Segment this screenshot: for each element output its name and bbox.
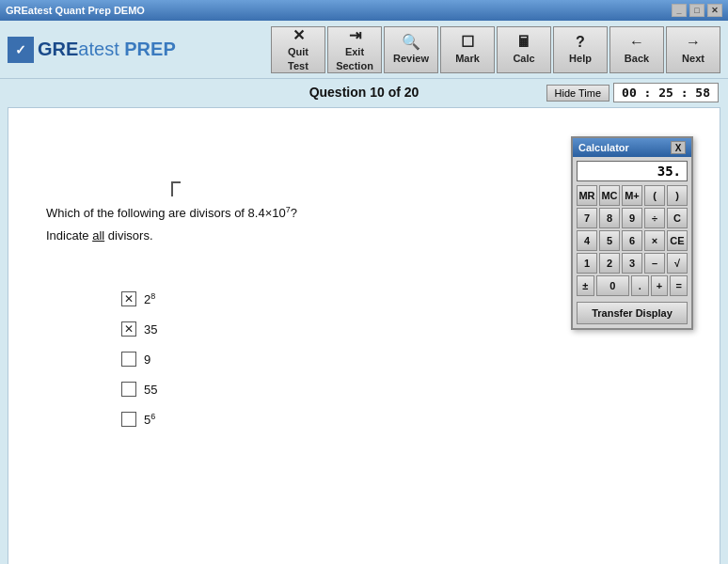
back-button[interactable]: ← Back	[609, 26, 664, 73]
choice-checkbox-1[interactable]: ✕	[121, 291, 136, 306]
calc-plusminus[interactable]: ±	[577, 275, 594, 296]
choice-label-2: 35	[144, 322, 157, 337]
calc-0[interactable]: 0	[596, 275, 629, 296]
calc-4[interactable]: 4	[577, 230, 597, 251]
check-icon: ✓	[15, 42, 26, 57]
calc-8[interactable]: 8	[599, 208, 620, 228]
calc-decimal[interactable]: .	[631, 275, 649, 296]
review-icon: 🔍	[402, 35, 420, 50]
answer-choices: ✕ 28 ✕ 35 9 55 56	[121, 291, 157, 428]
calc-mr[interactable]: MR	[577, 185, 597, 206]
question-indicate: Indicate	[46, 228, 89, 243]
calc-rparen[interactable]: )	[667, 185, 688, 206]
review-label: Review	[393, 53, 429, 64]
title-bar: GREatest Quant Prep DEMO _ □ ✕	[0, 0, 728, 21]
calc-plus[interactable]: +	[651, 275, 669, 296]
close-button[interactable]: ✕	[707, 4, 722, 17]
calc-close-button[interactable]: X	[671, 141, 686, 154]
timer-area: Hide Time 00 : 25 : 58	[546, 83, 719, 102]
calc-clear[interactable]: C	[667, 208, 688, 228]
choice-row-2: ✕ 35	[121, 321, 157, 337]
mouse-cursor	[171, 181, 181, 196]
next-label: Next	[682, 53, 704, 64]
calc-equals[interactable]: =	[670, 275, 688, 296]
choice-label-5: 56	[144, 412, 155, 427]
question-text-part1: Which of the following are divisors of 8…	[46, 206, 286, 220]
choice-row-5: 56	[121, 412, 157, 427]
calculator: Calculator X 35. MR MC M+ ( ) 7 8 9 ÷ C …	[571, 136, 693, 330]
choice-checkbox-2[interactable]: ✕	[121, 321, 136, 337]
choice-checkbox-4[interactable]	[121, 382, 136, 397]
choice-checkbox-3[interactable]	[121, 352, 136, 367]
question-all: all	[92, 228, 104, 243]
logo: ✓ GREatest PREP	[8, 37, 176, 63]
calc-row-789: 7 8 9 ÷ C	[577, 208, 688, 228]
calc-icon: 🖩	[516, 35, 531, 50]
calc-3[interactable]: 3	[622, 253, 642, 274]
calc-row-456: 4 5 6 × CE	[577, 230, 688, 251]
calc-6[interactable]: 6	[622, 230, 642, 251]
toolbar-buttons: ✕ Quit Test ⇥ Exit Section 🔍 Review ☐ Ma…	[271, 26, 720, 73]
mark-label: Mark	[455, 53, 480, 64]
exit-section-button[interactable]: ⇥ Exit Section	[327, 26, 382, 73]
calc-row-0: ± 0 . + =	[577, 275, 688, 296]
calc-minus[interactable]: –	[644, 253, 665, 274]
choice-checkbox-5[interactable]	[121, 412, 136, 427]
toolbar: ✓ GREatest PREP ✕ Quit Test ⇥ Exit Secti…	[0, 21, 728, 79]
choice-row-1: ✕ 28	[121, 291, 157, 306]
choice-row-4: 55	[121, 382, 157, 397]
calc-row-memory: MR MC M+ ( )	[577, 185, 688, 206]
calc-divide[interactable]: ÷	[644, 208, 665, 228]
question-text: Which of the following are divisors of 8…	[46, 202, 297, 246]
calc-title-bar: Calculator X	[573, 138, 691, 157]
help-button[interactable]: ? Help	[553, 26, 608, 73]
transfer-display-button[interactable]: Transfer Display	[577, 302, 688, 324]
question-text-end: ?	[291, 206, 297, 220]
calc-1[interactable]: 1	[577, 253, 597, 274]
help-label: Help	[569, 53, 592, 64]
calc-2[interactable]: 2	[599, 253, 620, 274]
calc-7[interactable]: 7	[577, 208, 597, 228]
calc-lparen[interactable]: (	[644, 185, 665, 206]
choice-label-4: 55	[144, 383, 157, 397]
calc-mc[interactable]: MC	[599, 185, 620, 206]
choice-row-3: 9	[121, 352, 157, 367]
logo-check: ✓	[8, 37, 34, 63]
calc-5[interactable]: 5	[599, 230, 620, 251]
maximize-button[interactable]: □	[689, 4, 704, 17]
quit-test-button[interactable]: ✕ Quit Test	[271, 26, 325, 73]
exit-label-2: Section	[336, 60, 373, 71]
back-label: Back	[625, 53, 649, 64]
calc-ce[interactable]: CE	[667, 230, 688, 251]
timer-display: 00 : 25 : 58	[613, 83, 719, 102]
question-counter: Question 10 of 20	[309, 85, 419, 100]
mark-button[interactable]: ☐ Mark	[440, 26, 495, 73]
calc-buttons: MR MC M+ ( ) 7 8 9 ÷ C 4 5 6 × CE 1	[573, 185, 691, 300]
logo-prep: PREP	[124, 39, 175, 59]
minimize-button[interactable]: _	[672, 4, 687, 17]
quit-label-2: Test	[288, 60, 309, 71]
next-button[interactable]: → Next	[666, 26, 720, 73]
calc-sqrt[interactable]: √	[667, 253, 688, 274]
mark-icon: ☐	[461, 35, 474, 50]
question-line2: Indicate all divisors.	[46, 225, 297, 246]
content-area: Which of the following are divisors of 8…	[8, 107, 720, 564]
back-icon: ←	[629, 35, 644, 50]
calc-title: Calculator	[578, 142, 629, 153]
logo-gre: GRE	[38, 39, 78, 59]
calc-display: 35.	[577, 161, 688, 181]
quit-icon: ✕	[293, 28, 305, 43]
calc-mplus[interactable]: M+	[622, 185, 642, 206]
review-button[interactable]: 🔍 Review	[384, 26, 438, 73]
calc-button[interactable]: 🖩 Calc	[497, 26, 551, 73]
hide-time-button[interactable]: Hide Time	[546, 85, 610, 102]
question-divisors: divisors.	[108, 228, 153, 243]
question-line1: Which of the following are divisors of 8…	[46, 202, 297, 225]
calc-9[interactable]: 9	[622, 208, 642, 228]
title-bar-text: GREatest Quant Prep DEMO	[6, 5, 145, 16]
calc-multiply[interactable]: ×	[644, 230, 665, 251]
choice-label-3: 9	[144, 352, 150, 367]
logo-atest: atest	[78, 39, 124, 59]
calc-label: Calc	[513, 53, 534, 64]
next-icon: →	[686, 35, 701, 50]
